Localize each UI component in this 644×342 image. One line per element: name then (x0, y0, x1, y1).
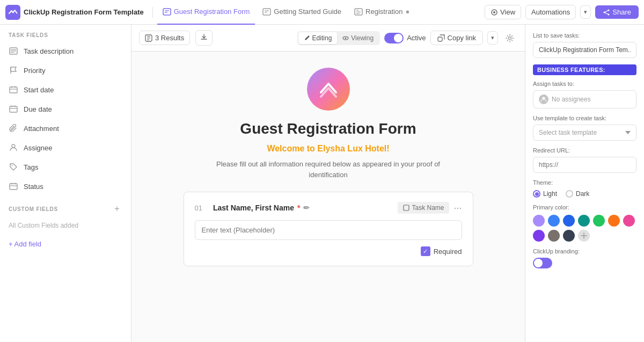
tab-guest-registration-label: Guest Registration Form (174, 8, 250, 16)
sidebar-item-start-date[interactable]: Start date (0, 80, 131, 99)
editing-label: Editing (312, 34, 332, 42)
required-star: * (297, 203, 300, 212)
field-footer: ✓ Required (195, 246, 462, 256)
checkbox-checked-icon: ✓ (421, 246, 430, 256)
left-sidebar: TASK FIELDS Task description Priority St… (0, 25, 131, 342)
custom-fields-label: CUSTOM FIELDS (9, 206, 58, 212)
field-more-button[interactable]: ··· (453, 202, 462, 214)
clickup-branding-toggle[interactable] (533, 258, 552, 268)
sidebar-item-priority[interactable]: Priority (0, 61, 131, 80)
start-date-icon (9, 85, 18, 94)
status-label: Status (24, 183, 43, 191)
color-teal[interactable] (578, 215, 590, 227)
tab-registration-label: Registration (365, 8, 402, 16)
theme-dark-radio (566, 190, 573, 198)
toolbar-right: Editing Viewing Active Copy link ▾ (297, 31, 517, 46)
svg-rect-33 (10, 184, 17, 190)
app-logo[interactable]: ClickUp Registration Form Template (5, 5, 144, 20)
redirect-url-input[interactable] (533, 157, 636, 173)
sidebar-item-due-date[interactable]: Due date (0, 99, 131, 119)
add-custom-field-button[interactable]: + (112, 203, 122, 214)
editing-button[interactable]: Editing (298, 32, 338, 44)
business-features-banner: BUSINESS FEATURES: (533, 64, 636, 75)
form-description: Please fill out all information required… (200, 159, 457, 180)
add-field-button[interactable]: + Add field (9, 240, 122, 248)
viewing-button[interactable]: Viewing (337, 32, 379, 44)
share-button[interactable]: Share (595, 5, 639, 19)
color-custom[interactable] (578, 230, 590, 242)
center-content: 3 Results Editing Viewing (131, 25, 525, 342)
settings-button[interactable] (502, 31, 517, 46)
tags-icon (9, 162, 18, 172)
use-template-label: Use template to create task: (533, 115, 636, 121)
svg-point-12 (493, 11, 495, 13)
task-description-icon (9, 46, 18, 56)
form-field-card: 01 Last Name, First Name * ✏ Task Name ·… (184, 192, 473, 266)
theme-light-option[interactable]: Light (533, 190, 557, 198)
assign-tasks-box[interactable]: No assignees (533, 90, 636, 108)
custom-fields-empty: All Custom Fields added (0, 217, 131, 234)
list-to-save-input[interactable] (533, 42, 636, 58)
color-blue[interactable] (548, 215, 560, 227)
priority-icon (9, 66, 18, 75)
color-green[interactable] (593, 215, 605, 227)
more-options-button[interactable]: ▾ (580, 5, 591, 19)
sidebar-item-attachment[interactable]: Attachment (0, 119, 131, 138)
sidebar-item-tags[interactable]: Tags (0, 157, 131, 177)
list-to-save-label: List to save tasks: (533, 32, 636, 39)
color-blue-dark[interactable] (563, 215, 575, 227)
download-button[interactable] (195, 30, 213, 46)
color-purple-dark[interactable] (533, 230, 545, 242)
active-label: Active (407, 34, 426, 42)
sidebar-item-task-description[interactable]: Task description (0, 41, 131, 61)
task-template-select[interactable]: Select task template (533, 125, 636, 141)
edit-field-icon[interactable]: ✏ (303, 203, 310, 212)
svg-rect-23 (10, 87, 17, 93)
svg-rect-1 (163, 9, 171, 15)
divider (152, 7, 153, 18)
svg-line-16 (604, 10, 609, 12)
field-number: 01 (195, 204, 202, 212)
color-gray-dark[interactable] (563, 230, 575, 242)
view-label: View (500, 8, 515, 16)
tab-getting-started-label: Getting Started Guide (274, 8, 341, 16)
task-name-badge[interactable]: Task Name (398, 202, 449, 214)
svg-point-42 (345, 37, 347, 39)
tab-getting-started[interactable]: Getting Started Guide (257, 0, 347, 25)
color-orange[interactable] (608, 215, 620, 227)
tab-guest-registration[interactable]: Guest Registration Form (157, 0, 255, 25)
color-pink[interactable] (623, 215, 635, 227)
svg-rect-27 (10, 106, 17, 112)
field-text-input[interactable] (195, 220, 462, 240)
automations-button[interactable]: Automations (525, 5, 576, 19)
theme-dark-label: Dark (576, 190, 589, 198)
form-title: Guest Registration Form (240, 120, 416, 137)
copy-link-button[interactable]: Copy link (430, 31, 483, 45)
form-preview: Guest Registration Form Welcome to Elysh… (131, 52, 525, 282)
redirect-url-label: Redirect URL: (533, 147, 636, 154)
tab-registration[interactable]: Registration ● (349, 0, 415, 25)
main-layout: TASK FIELDS Task description Priority St… (0, 25, 644, 342)
due-date-label: Due date (24, 105, 52, 113)
copy-link-more-button[interactable]: ▾ (487, 31, 498, 45)
top-right-actions: View Automations ▾ Share (485, 5, 639, 19)
share-label: Share (612, 8, 631, 16)
view-button[interactable]: View (485, 5, 521, 19)
sidebar-item-assignee[interactable]: Assignee (0, 138, 131, 157)
field-label-text: Last Name, First Name (213, 203, 294, 212)
field-header: 01 Last Name, First Name * ✏ Task Name ·… (195, 202, 462, 214)
automations-label: Automations (531, 8, 570, 16)
required-checkbox[interactable]: ✓ Required (421, 246, 462, 256)
primary-color-label: Primary color: (533, 204, 636, 210)
edit-view-toggle: Editing Viewing (297, 31, 380, 45)
assignee-icon (9, 143, 18, 152)
color-purple-light[interactable] (533, 215, 545, 227)
attachment-label: Attachment (24, 125, 59, 133)
color-brown[interactable] (548, 230, 560, 242)
sidebar-item-status[interactable]: Status (0, 177, 131, 196)
svg-rect-4 (263, 9, 270, 15)
results-button[interactable]: 3 Results (139, 31, 190, 45)
status-icon (9, 181, 18, 191)
theme-dark-option[interactable]: Dark (566, 190, 589, 198)
active-switch[interactable] (384, 33, 404, 43)
